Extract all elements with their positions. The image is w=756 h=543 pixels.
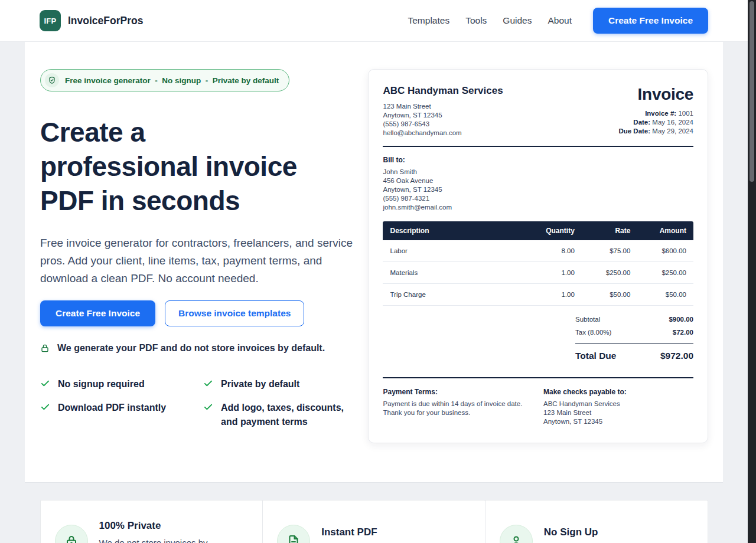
privacy-note-text: We generate your PDF and do not store in… (57, 343, 325, 354)
invoice-number-label: Invoice #: (645, 110, 676, 117)
bill-to-label: Bill to: (383, 156, 693, 164)
subtotal-value: $900.00 (669, 316, 693, 323)
business-address-line: 123 Main Street (383, 102, 503, 111)
check-label: No signup required (58, 377, 145, 391)
cell-description: Labor (383, 240, 519, 262)
col-header-description: Description (383, 221, 519, 240)
check-item-no-signup: No signup required (40, 377, 203, 391)
table-row: Trip Charge 1.00 $50.00 $50.00 (383, 284, 693, 306)
payable-to-block: Make checks payable to: ABC Handyman Ser… (543, 388, 693, 426)
total-due-value: $972.00 (660, 351, 693, 361)
nav-link-about[interactable]: About (548, 15, 572, 26)
feature-card-instant-pdf: Instant PDF Download immediately (262, 500, 485, 543)
payable-to-line: ABC Handyman Services (543, 400, 693, 408)
feature-cards-row: 100% Private We do not store invoices by… (40, 500, 708, 543)
cell-amount: $600.00 (637, 240, 693, 262)
total-due-row: Total Due $972.00 (575, 344, 693, 361)
cell-description: Materials (383, 262, 519, 284)
invoice-preview-card: ABC Handyman Services 123 Main Street An… (368, 69, 708, 443)
hero-cta-row: Create Free Invoice Browse invoice templ… (40, 300, 368, 326)
nav-link-tools[interactable]: Tools (465, 15, 487, 26)
invoice-due-date-label: Due Date: (618, 127, 650, 135)
invoice-divider (383, 146, 693, 147)
invoice-header: ABC Handyman Services 123 Main Street An… (383, 85, 693, 138)
cell-rate: $75.00 (582, 240, 638, 262)
payment-terms-block: Payment Terms: Payment is due within 14 … (383, 388, 543, 426)
cell-quantity: 1.00 (520, 284, 582, 306)
hero-copy-column: Free invoice generator - No signup - Pri… (40, 69, 368, 443)
payable-to-label: Make checks payable to: (543, 388, 693, 396)
file-icon (277, 525, 310, 543)
feature-text: 100% Private We do not store invoices by… (99, 520, 223, 543)
check-item-add-logo-taxes: Add logo, taxes, discounts, and payment … (203, 401, 368, 429)
payment-terms-line: Payment is due within 14 days of invoice… (383, 400, 543, 408)
bill-to-phone: (555) 987-4321 (383, 194, 693, 203)
business-phone: (555) 987-6543 (383, 120, 503, 129)
business-address-line: Anytown, ST 12345 (383, 111, 503, 120)
brand-home-link[interactable]: IFP InvoiceForPros (40, 10, 143, 31)
business-name: ABC Handyman Services (383, 85, 503, 97)
cell-quantity: 1.00 (520, 262, 582, 284)
hero-badge: Free invoice generator - No signup - Pri… (40, 69, 289, 91)
check-icon (40, 378, 50, 388)
subtotal-row: Subtotal $900.00 (575, 313, 693, 326)
feature-card-no-signup: No Sign Up Create invoices for free (485, 500, 708, 543)
check-icon (203, 402, 213, 412)
check-label: Add logo, taxes, discounts, and payment … (221, 401, 350, 429)
tax-row: Tax (8.00%) $72.00 (575, 326, 693, 339)
page-viewport: IFP InvoiceForPros Templates Tools Guide… (0, 0, 748, 543)
user-icon (500, 525, 533, 543)
table-row: Materials 1.00 $250.00 $250.00 (383, 262, 693, 284)
scrollbar-thumb[interactable] (750, 1, 754, 182)
lock-icon (55, 525, 88, 543)
invoice-date-label: Date: (633, 119, 650, 126)
table-header-row: Description Quantity Rate Amount (383, 221, 693, 240)
subtotal-label: Subtotal (575, 316, 600, 323)
page-title: Create a professional invoice PDF in sec… (40, 115, 368, 218)
feature-card-private: 100% Private We do not store invoices by… (40, 500, 263, 543)
cell-rate: $50.00 (582, 284, 638, 306)
nav-link-guides[interactable]: Guides (503, 15, 532, 26)
invoice-business-block: ABC Handyman Services 123 Main Street An… (383, 85, 503, 138)
col-header-amount: Amount (637, 221, 693, 240)
table-row: Labor 8.00 $75.00 $600.00 (383, 240, 693, 262)
feature-text: Instant PDF Download immediately (321, 526, 410, 543)
feature-checklist: No signup required Private by default Do… (40, 377, 368, 429)
feature-description: We do not store invoices by default (99, 536, 223, 543)
page-title-line: PDF in seconds (40, 184, 368, 218)
invoice-due-date-row: Due Date: May 29, 2024 (618, 127, 693, 136)
feature-title: Instant PDF (321, 526, 410, 538)
feature-text: No Sign Up Create invoices for free (544, 526, 636, 543)
browse-templates-button[interactable]: Browse invoice templates (165, 300, 304, 326)
hero-create-invoice-button[interactable]: Create Free Invoice (40, 300, 155, 326)
invoice-number-value: 1001 (678, 110, 693, 117)
top-navigation-bar: IFP InvoiceForPros Templates Tools Guide… (0, 0, 748, 42)
tax-value: $72.00 (673, 329, 693, 336)
shield-check-icon (45, 73, 59, 87)
invoice-number-row: Invoice #: 1001 (618, 109, 693, 118)
bill-to-name: John Smith (383, 168, 693, 176)
nav-link-templates[interactable]: Templates (408, 15, 450, 26)
payment-terms-line: Thank you for your business. (383, 408, 543, 417)
col-header-quantity: Quantity (520, 221, 582, 240)
header-create-invoice-button[interactable]: Create Free Invoice (593, 8, 708, 34)
bill-to-address-line: 456 Oak Avenue (383, 176, 693, 185)
brand-name: InvoiceForPros (68, 15, 143, 27)
cell-rate: $250.00 (582, 262, 638, 284)
main-content-panel: Free invoice generator - No signup - Pri… (25, 42, 723, 483)
invoice-due-date-value: May 29, 2024 (652, 127, 693, 135)
tax-label: Tax (8.00%) (575, 329, 611, 336)
vertical-scrollbar[interactable] (748, 0, 756, 543)
page-title-line: professional invoice (40, 149, 368, 184)
cell-description: Trip Charge (383, 284, 519, 306)
invoice-title: Invoice (618, 85, 693, 104)
cell-quantity: 8.00 (520, 240, 582, 262)
feature-title: No Sign Up (544, 526, 636, 538)
invoice-date-value: May 16, 2024 (652, 119, 693, 126)
privacy-note-row: We generate your PDF and do not store in… (40, 343, 368, 354)
col-header-rate: Rate (582, 221, 638, 240)
check-label: Download PDF instantly (58, 401, 166, 415)
payable-to-line: 123 Main Street (543, 408, 693, 417)
check-item-private: Private by default (203, 377, 368, 391)
payable-to-line: Anytown, ST 12345 (543, 417, 693, 426)
